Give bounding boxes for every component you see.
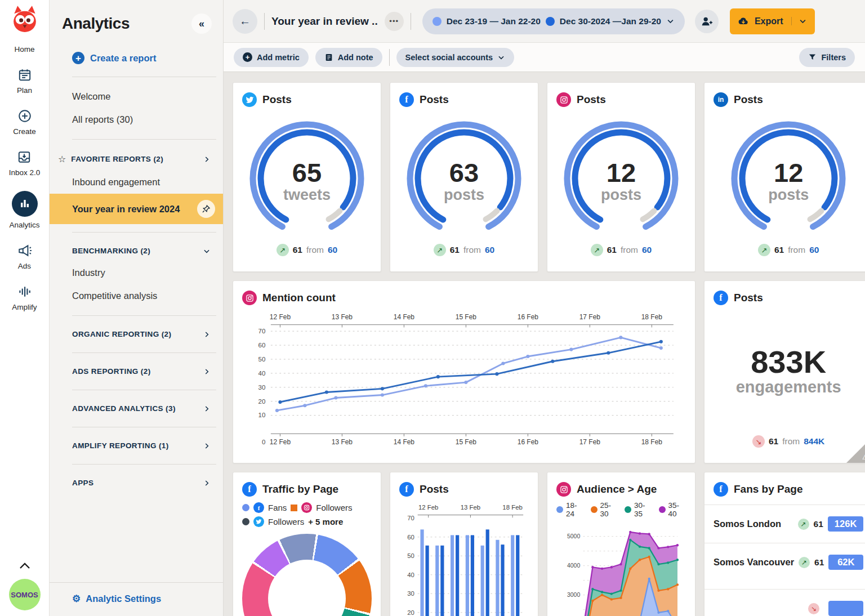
advanced-analytics-header: ADVANCED ANALYTICS (3): [72, 404, 176, 413]
rail-item-ads[interactable]: Ads: [17, 243, 32, 270]
filters-button[interactable]: Filters: [799, 48, 855, 67]
rail-item-plan[interactable]: Plan: [17, 68, 32, 95]
date-range-2: Dec 30-2024 —Jan 29-20: [560, 16, 661, 26]
add-metric-button[interactable]: + Add metric: [234, 48, 309, 67]
chevron-down-icon: [203, 247, 211, 255]
svg-text:15 Feb: 15 Feb: [456, 313, 477, 321]
sidebar-collapse-button[interactable]: «: [191, 14, 212, 34]
fans-count-badge: 62K: [828, 555, 863, 570]
apps-section[interactable]: APPS: [50, 472, 223, 493]
rail-item-home[interactable]: Home: [14, 45, 34, 53]
from-word: from: [782, 436, 800, 447]
divider: [72, 139, 216, 140]
chevron-down-icon: [666, 17, 675, 25]
metric-card-linkedin-posts[interactable]: in Posts 12 posts ↗ 61 from 60: [704, 82, 865, 272]
divider: [389, 49, 390, 66]
organic-reporting-section[interactable]: ORGANIC REPORTING (2): [50, 324, 223, 345]
metric-card-instagram-posts[interactable]: Posts 12 posts ↗ 61 from 60: [547, 82, 695, 272]
fans-count-badge: [828, 601, 863, 616]
change-value: 61: [769, 436, 778, 447]
select-social-accounts-dropdown[interactable]: Select social accounts: [396, 48, 515, 67]
user-avatar[interactable]: SOMOS: [9, 579, 41, 610]
more-options-button[interactable]: •••: [385, 12, 404, 31]
amplify-bars-icon: [17, 284, 32, 299]
sidebar-item-competitive-analysis[interactable]: Competitive analysis: [50, 284, 223, 307]
legend-dot-30-35: [625, 506, 631, 513]
change-value: 61: [814, 519, 823, 529]
back-button[interactable]: ←: [233, 9, 257, 34]
sidebar-item-inbound-engagement[interactable]: Inbound engagement: [50, 171, 223, 194]
page-name: Somos London: [714, 519, 793, 529]
divider: [72, 390, 216, 390]
svg-text:60: 60: [407, 534, 414, 541]
trend-up-icon: ↗: [591, 244, 603, 256]
chevron-down-icon: [497, 53, 505, 61]
benchmarking-header: BENCHMARKING (2): [72, 247, 150, 255]
facebook-icon: f: [714, 291, 728, 305]
svg-text:50: 50: [407, 552, 414, 559]
add-note-button[interactable]: Add note: [315, 48, 382, 67]
legend-label: 30-35: [634, 501, 652, 518]
export-dropdown[interactable]: [791, 17, 807, 25]
ads-reporting-section[interactable]: ADS REPORTING (2): [50, 361, 223, 382]
chevron-right-icon: [203, 331, 211, 338]
fans-row-cropped[interactable]: ↘: [705, 589, 865, 616]
fans-by-page-card[interactable]: f Fans by Page Somos London ↗ 61 126K So…: [704, 472, 865, 616]
traffic-by-page-card[interactable]: f Traffic by Page f Fans Followers: [233, 472, 381, 616]
export-button[interactable]: Export: [730, 8, 815, 34]
svg-text:13 Feb: 13 Feb: [461, 504, 481, 511]
favorite-reports-section[interactable]: ☆ FAVORITE REPORTS (2): [50, 148, 223, 171]
divider: [72, 464, 216, 465]
rail-item-amplify[interactable]: Amplify: [12, 284, 37, 311]
previous-value: 60: [328, 245, 337, 255]
benchmarking-section[interactable]: BENCHMARKING (2): [50, 240, 223, 261]
divider: [411, 13, 411, 30]
facebook-engagements-card[interactable]: f Posts 833K engagements ↘ 61 from 844K …: [704, 280, 865, 463]
rail-item-analytics[interactable]: Analytics: [9, 191, 39, 229]
pin-icon[interactable]: [197, 200, 215, 218]
svg-text:20: 20: [407, 609, 414, 616]
sidebar-item-all-reports[interactable]: All reports (30): [50, 108, 223, 131]
gauge-value: 12: [774, 159, 803, 186]
card-title: Mention count: [262, 292, 336, 304]
rail-create-label: Create: [13, 127, 36, 136]
change-badge: ↗ 61 from 60: [399, 244, 529, 256]
twitter-icon: [253, 516, 264, 527]
mention-count-card[interactable]: Mention count 01020304050607012 Feb12 Fe…: [233, 280, 695, 463]
advanced-analytics-section[interactable]: ADVANCED ANALYTICS (3): [50, 398, 223, 419]
facebook-icon: f: [253, 502, 264, 513]
metric-card-facebook-posts[interactable]: f Posts 63 posts ↗ 61 from 60: [390, 82, 538, 272]
svg-text:18 Feb: 18 Feb: [502, 504, 523, 511]
comparison-period-dot: [432, 17, 442, 26]
analytic-settings-label: Analytic Settings: [86, 593, 161, 604]
fans-row-somos-vancouver[interactable]: Somos Vancouver ↗ 61 62K: [705, 543, 865, 581]
audience-age-card[interactable]: Audience > Age 18-24 25-30 30-35 35-40 5…: [547, 472, 695, 616]
previous-value: 844K: [804, 436, 824, 447]
legend-label: Fans: [268, 503, 287, 512]
fans-row-somos-london[interactable]: Somos London ↗ 61 126K: [705, 505, 865, 543]
hootsuite-logo[interactable]: [8, 5, 41, 36]
legend-more: + 5 more: [308, 517, 343, 526]
sidebar-item-welcome[interactable]: Welcome: [50, 85, 223, 108]
svg-text:50: 50: [258, 356, 266, 363]
sidebar-item-industry[interactable]: Industry: [50, 261, 223, 284]
date-range-selector[interactable]: Dec 23-19 — Jan 22-20 Dec 30-2024 —Jan 2…: [422, 8, 685, 34]
trend-up-icon: ↗: [799, 557, 810, 568]
create-report-button[interactable]: + Create a report: [50, 47, 223, 69]
share-add-person-button[interactable]: [695, 10, 719, 33]
svg-text:70: 70: [258, 328, 266, 334]
gauge-value: 12: [607, 159, 636, 186]
metric-card-twitter-posts[interactable]: Posts 65 tweets ↗ 61 from 60: [233, 82, 381, 272]
rail-item-create[interactable]: Create: [13, 109, 36, 136]
gauge-chart: 63 posts: [399, 113, 529, 243]
amplify-reporting-section[interactable]: AMPLIFY REPORTING (1): [50, 435, 223, 456]
sidebar-item-year-in-review[interactable]: Your year in review 2024: [50, 194, 223, 224]
collapse-up-icon[interactable]: [19, 562, 31, 570]
facebook-posts-bar-card[interactable]: f Posts 20304050607012 Feb13 Feb18 Feb: [390, 472, 538, 616]
rail-item-inbox[interactable]: Inbox 2.0: [9, 150, 41, 177]
organic-reporting-header: ORGANIC REPORTING (2): [72, 330, 171, 338]
svg-text:14 Feb: 14 Feb: [394, 313, 415, 321]
analytic-settings-button[interactable]: ⚙ Analytic Settings: [50, 582, 223, 616]
add-note-label: Add note: [338, 53, 373, 62]
analytics-sidebar: Analytics « + Create a report Welcome Al…: [50, 0, 224, 616]
